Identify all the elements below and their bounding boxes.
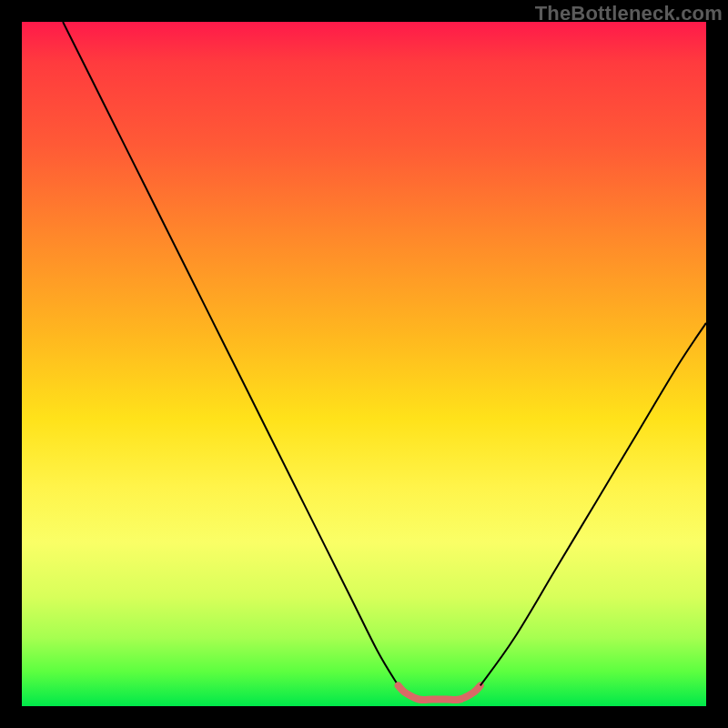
- bottleneck-valley: [399, 685, 480, 700]
- chart-svg: [22, 22, 706, 706]
- bottleneck-curve-right: [480, 323, 706, 686]
- bottleneck-curve-left: [63, 22, 399, 685]
- series-group: [63, 22, 706, 700]
- chart-frame: [22, 22, 706, 706]
